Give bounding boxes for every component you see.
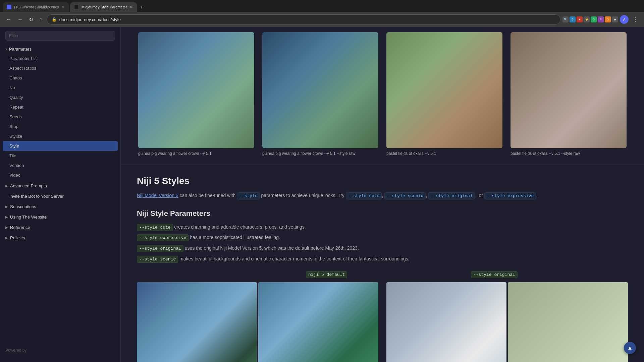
- sidebar-section-parameters-header[interactable]: ▾ Parameters: [0, 45, 120, 54]
- ext-icon-4[interactable]: ⚡: [584, 16, 590, 22]
- sidebar-item-style[interactable]: Style: [3, 141, 118, 151]
- top-caption-2: guinea pig wearing a flower crown --v 5.…: [262, 151, 378, 157]
- sidebar-section-website-header[interactable]: ▶ Using The Website: [0, 213, 120, 222]
- powered-by: Powered by: [0, 343, 120, 358]
- new-tab-button[interactable]: +: [138, 3, 145, 11]
- sidebar-section-subscriptions-header[interactable]: ▶ Subscriptions: [0, 202, 120, 211]
- content-area: Niji 5 Styles Niji Model Version 5 can a…: [121, 165, 644, 362]
- top-image-1: [138, 32, 254, 148]
- tab-discord-label: (16) Discord | @Midjourney: [14, 5, 59, 9]
- chevron-right-icon-pol: ▶: [5, 236, 8, 240]
- top-caption-1: guinea pig wearing a flower crown --v 5.…: [138, 151, 254, 157]
- discord-favicon: [7, 5, 11, 9]
- sidebar-section-parameters: ▾ Parameters Parameter List Aspect Ratio…: [0, 45, 120, 180]
- profile-avatar[interactable]: A: [620, 15, 629, 24]
- chevron-right-icon-advanced: ▶: [5, 184, 8, 188]
- grid-label-right: --style original: [471, 271, 518, 278]
- grid-img-anime-1: [137, 282, 257, 362]
- ext-icon-3[interactable]: ✦: [577, 16, 583, 22]
- tab-mj-style[interactable]: Midjourney Style Parameter ✕: [70, 2, 137, 12]
- refresh-button[interactable]: ↻: [27, 16, 35, 23]
- sidebar-item-seeds[interactable]: Seeds: [0, 112, 120, 122]
- sub-title: Niji Style Parameters: [137, 209, 628, 218]
- address-text: docs.midjourney.com/docs/style: [59, 17, 121, 22]
- niji-model-link[interactable]: Niji Model Version 5: [137, 193, 178, 198]
- extension-icons: 🔍 B ✦ ⚡ G P O ◆: [562, 16, 618, 22]
- image-caption-3: pastel fields of oxalis --v 5.1: [382, 32, 506, 157]
- browser-toolbar: ← → ↻ ⌂ 🔒 docs.midjourney.com/docs/style…: [0, 12, 644, 27]
- chevron-down-icon: ▾: [5, 47, 7, 51]
- sidebar-section-advanced-header[interactable]: ▶ Advanced Prompts: [0, 181, 120, 190]
- image-grid-section: niji 5 default --style original: [137, 271, 628, 362]
- sidebar-filter-container: [5, 31, 115, 41]
- param4-inline: --style expressive: [484, 192, 536, 199]
- sidebar-section-reference-header[interactable]: ▶ Reference: [0, 223, 120, 232]
- chevron-right-icon-subs: ▶: [5, 205, 8, 208]
- sidebar-item-stop[interactable]: Stop: [0, 122, 120, 131]
- sidebar-item-tile[interactable]: Tile: [0, 151, 120, 161]
- top-caption-4: pastel fields of oxalis --v 5.1 --style …: [511, 151, 627, 157]
- back-button[interactable]: ←: [4, 16, 13, 23]
- sidebar-item-chaos[interactable]: Chaos: [0, 73, 120, 83]
- tab-mj-close[interactable]: ✕: [130, 5, 133, 9]
- grid-img-orig-2: [508, 282, 628, 362]
- sidebar: ▾ Parameters Parameter List Aspect Ratio…: [0, 27, 121, 362]
- mj-favicon: [74, 5, 79, 9]
- sidebar-item-aspect-ratios[interactable]: Aspect Ratios: [0, 63, 120, 73]
- param1-inline: --style cute: [346, 192, 382, 199]
- style-expressive-code: --style expressive: [137, 234, 189, 241]
- grid-img-anime-2: [258, 282, 378, 362]
- top-image-4: [511, 32, 627, 148]
- home-button[interactable]: ⌂: [37, 16, 45, 23]
- image-grid-right: [386, 282, 628, 362]
- style-list: --style cute creates charming and adorab…: [137, 223, 628, 263]
- filter-input[interactable]: [5, 31, 115, 41]
- sidebar-section-advanced: ▶ Advanced Prompts: [0, 181, 120, 190]
- sidebar-section-website: ▶ Using The Website: [0, 213, 120, 222]
- sidebar-item-version[interactable]: Version: [0, 161, 120, 170]
- chevron-right-icon-ref: ▶: [5, 226, 8, 229]
- ext-icon-2[interactable]: B: [570, 16, 576, 22]
- style-list-item-scenic: --style scenic makes beautiful backgroun…: [137, 255, 628, 263]
- chevron-right-icon-website: ▶: [5, 215, 8, 219]
- address-bar[interactable]: 🔒 docs.midjourney.com/docs/style: [47, 14, 560, 24]
- forward-button[interactable]: →: [15, 16, 25, 23]
- sidebar-item-repeat[interactable]: Repeat: [0, 102, 120, 112]
- sidebar-item-parameter-list[interactable]: Parameter List: [0, 54, 120, 63]
- image-grid-labels: niji 5 default --style original: [137, 271, 628, 278]
- sidebar-section-parameters-label: Parameters: [9, 47, 32, 52]
- tab-mj-label: Midjourney Style Parameter: [82, 5, 127, 9]
- style-cute-code: --style cute: [137, 224, 173, 231]
- tab-bar: (16) Discord | @Midjourney ✕ Midjourney …: [0, 0, 644, 12]
- style-original-code: --style original: [137, 245, 183, 252]
- sidebar-item-no[interactable]: No: [0, 83, 120, 93]
- sidebar-item-video[interactable]: Video: [0, 170, 120, 180]
- scroll-to-top-button[interactable]: ▲: [624, 342, 636, 354]
- menu-button[interactable]: ⋮: [631, 16, 640, 23]
- style-list-item-expressive: --style expressive has a more sophistica…: [137, 234, 628, 242]
- page-layout: ▾ Parameters Parameter List Aspect Ratio…: [0, 27, 644, 362]
- ext-icon-1[interactable]: 🔍: [562, 16, 569, 22]
- image-grid-row: [137, 282, 628, 362]
- style-list-item-original: --style original uses the original Niji …: [137, 244, 628, 252]
- sidebar-item-stylize[interactable]: Stylize: [0, 131, 120, 141]
- image-caption-4: pastel fields of oxalis --v 5.1 --style …: [506, 32, 631, 157]
- ext-icon-8[interactable]: ◆: [612, 16, 618, 22]
- top-images-section: guinea pig wearing a flower crown --v 5.…: [121, 27, 644, 165]
- tab-discord[interactable]: (16) Discord | @Midjourney ✕: [3, 2, 69, 12]
- top-caption-3: pastel fields of oxalis --v 5.1: [386, 151, 502, 157]
- sidebar-section-invite-header[interactable]: Invite the Bot to Your Server: [0, 192, 120, 201]
- grid-img-orig-1: [386, 282, 506, 362]
- sidebar-section-reference: ▶ Reference: [0, 223, 120, 232]
- ext-icon-5[interactable]: G: [591, 16, 597, 22]
- sidebar-item-quality[interactable]: Quality: [0, 93, 120, 102]
- ext-icon-7[interactable]: O: [605, 16, 611, 22]
- style-list-item-cute: --style cute creates charming and adorab…: [137, 223, 628, 231]
- grid-label-left: niji 5 default: [306, 271, 347, 278]
- image-caption-2: guinea pig wearing a flower crown --v 5.…: [258, 32, 382, 157]
- sidebar-section-policies-header[interactable]: ▶ Policies: [0, 233, 120, 242]
- style-scenic-code: --style scenic: [137, 256, 178, 263]
- ext-icon-6[interactable]: P: [598, 16, 604, 22]
- image-caption-1: guinea pig wearing a flower crown --v 5.…: [134, 32, 258, 157]
- tab-discord-close[interactable]: ✕: [62, 5, 65, 9]
